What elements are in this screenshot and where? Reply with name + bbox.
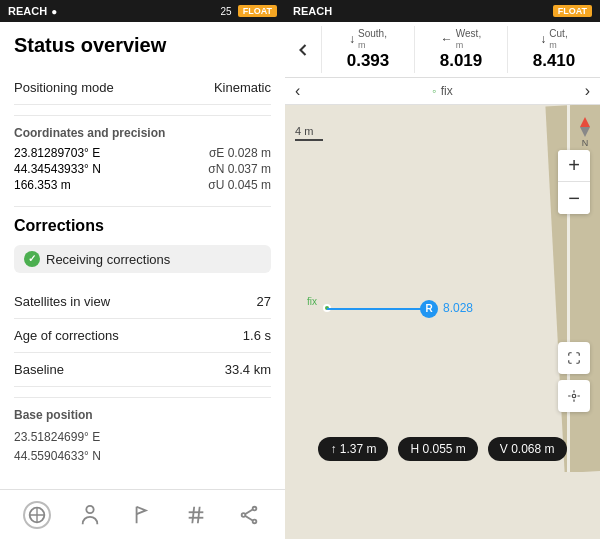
status-bar-left: REACH ● bbox=[8, 5, 57, 17]
nav-share-item[interactable] bbox=[231, 497, 267, 533]
svg-point-10 bbox=[572, 394, 576, 398]
coord-e-value: 23.81289703° E bbox=[14, 146, 143, 160]
right-app-name: REACH bbox=[293, 5, 332, 17]
north-label: N bbox=[582, 138, 589, 148]
recenter-icon[interactable] bbox=[558, 380, 590, 412]
fix-text: fix bbox=[441, 84, 453, 98]
divider-2 bbox=[14, 206, 271, 207]
wifi-icon: ● bbox=[51, 6, 57, 17]
west-unit: m bbox=[456, 40, 481, 50]
coord-n-sigma: σN 0.037 m bbox=[143, 162, 272, 176]
left-panel: REACH ● 25 FLOAT Status overview Positio… bbox=[0, 0, 285, 539]
measurement-bar: ↓ South, m 0.393 ← West, m 8.019 bbox=[285, 22, 600, 78]
coordinates-grid: 23.81289703° E σE 0.028 m 44.34543933° N… bbox=[14, 146, 271, 192]
meas-cut-col: ↓ Cut, m 8.410 bbox=[507, 26, 600, 73]
zoom-in-button[interactable]: + bbox=[558, 150, 590, 182]
green-check-icon bbox=[24, 251, 40, 267]
fix-bar: ‹ ◦ fix › bbox=[285, 78, 600, 105]
hash-icon bbox=[185, 504, 207, 526]
meas-south-col: ↓ South, m 0.393 bbox=[321, 26, 414, 73]
scale-label: 4 m bbox=[295, 125, 313, 137]
base-section-label: Base position bbox=[14, 408, 271, 422]
satellites-label: Satellites in view bbox=[14, 294, 110, 309]
north-arrow-up bbox=[580, 117, 590, 127]
age-corrections-value: 1.6 s bbox=[243, 328, 271, 343]
coord-u-sigma: σU 0.045 m bbox=[143, 178, 272, 192]
cut-arrow-icon: ↓ bbox=[540, 32, 546, 46]
measurement-columns: ↓ South, m 0.393 ← West, m 8.019 bbox=[321, 26, 600, 73]
svg-line-9 bbox=[245, 515, 252, 520]
cut-label: Cut, bbox=[549, 28, 567, 40]
scale-line bbox=[295, 139, 323, 141]
scale-indicator: 4 m bbox=[295, 125, 323, 141]
south-arrow-icon: ↓ bbox=[349, 32, 355, 46]
next-chevron-icon[interactable]: › bbox=[585, 82, 590, 100]
base-coord-n: 44.55904633° N bbox=[14, 447, 271, 466]
divider-1 bbox=[14, 115, 271, 116]
map-icon bbox=[23, 501, 51, 529]
fix-to-r-line bbox=[327, 308, 422, 310]
app-name: REACH bbox=[8, 5, 47, 17]
prev-chevron-icon[interactable]: ‹ bbox=[295, 82, 300, 100]
svg-point-5 bbox=[252, 506, 256, 510]
distance-label: 8.028 bbox=[443, 301, 473, 315]
pill-h: H 0.055 m bbox=[398, 437, 477, 461]
base-coord-e: 23.51824699° E bbox=[14, 428, 271, 447]
meas-west-header: ← West, m bbox=[441, 28, 481, 50]
nav-person-item[interactable] bbox=[72, 497, 108, 533]
r-marker: R bbox=[420, 300, 438, 318]
baseline-label: Baseline bbox=[14, 362, 64, 377]
south-unit: m bbox=[358, 40, 387, 50]
cut-unit: m bbox=[549, 40, 567, 50]
satellites-row: Satellites in view 27 bbox=[14, 285, 271, 319]
expand-icon[interactable] bbox=[558, 342, 590, 374]
age-corrections-row: Age of corrections 1.6 s bbox=[14, 319, 271, 353]
positioning-mode-row: Positioning mode Kinematic bbox=[14, 71, 271, 105]
svg-line-3 bbox=[192, 506, 194, 523]
satellites-value: 27 bbox=[257, 294, 271, 309]
meas-cut-header: ↓ Cut, m bbox=[540, 28, 567, 50]
signal-strength: 25 bbox=[221, 6, 232, 17]
south-value: 0.393 bbox=[347, 51, 390, 71]
meas-south-header: ↓ South, m bbox=[349, 28, 387, 50]
svg-line-8 bbox=[245, 509, 252, 514]
nav-flag-item[interactable] bbox=[125, 497, 161, 533]
pill-up: ↑ 1.37 m bbox=[318, 437, 388, 461]
age-corrections-label: Age of corrections bbox=[14, 328, 119, 343]
share-icon bbox=[238, 504, 260, 526]
divider-3 bbox=[14, 397, 271, 398]
receiving-corrections-badge: Receiving corrections bbox=[14, 245, 271, 273]
coordinates-section-label: Coordinates and precision bbox=[14, 126, 271, 140]
fix-map-label: fix bbox=[307, 296, 317, 307]
corrections-title: Corrections bbox=[14, 217, 271, 235]
nav-map-item[interactable] bbox=[19, 497, 55, 533]
float-badge: FLOAT bbox=[238, 5, 277, 17]
bottom-nav bbox=[0, 489, 285, 539]
fix-indicator: ◦ fix bbox=[432, 84, 452, 98]
fullscreen-controls bbox=[558, 342, 590, 412]
south-label: South, bbox=[358, 28, 387, 40]
bottom-strip: ↑ 1.37 m H 0.055 m V 0.068 m bbox=[285, 426, 600, 472]
right-float-badge: FLOAT bbox=[553, 5, 592, 17]
zoom-out-button[interactable]: − bbox=[558, 182, 590, 214]
positioning-value: Kinematic bbox=[214, 80, 271, 95]
coord-e-sigma: σE 0.028 m bbox=[143, 146, 272, 160]
flag-icon bbox=[132, 504, 154, 526]
status-bar-right: 25 FLOAT bbox=[221, 5, 277, 17]
back-button[interactable] bbox=[285, 26, 321, 73]
right-status-left: REACH bbox=[293, 5, 332, 17]
coord-n-value: 44.34543933° N bbox=[14, 162, 143, 176]
pill-v: V 0.068 m bbox=[488, 437, 567, 461]
page-title: Status overview bbox=[14, 34, 271, 57]
right-panel: REACH FLOAT ↓ South, m 0.393 bbox=[285, 0, 600, 539]
person-icon bbox=[79, 504, 101, 526]
status-bar: REACH ● 25 FLOAT bbox=[0, 0, 285, 22]
nav-hash-item[interactable] bbox=[178, 497, 214, 533]
baseline-row: Baseline 33.4 km bbox=[14, 353, 271, 387]
svg-point-7 bbox=[252, 519, 256, 523]
content-area: Status overview Positioning mode Kinemat… bbox=[0, 22, 285, 489]
fix-dot-icon: ◦ bbox=[432, 84, 436, 98]
positioning-label: Positioning mode bbox=[14, 80, 114, 95]
map-area[interactable]: 4 m N + − fix R 8.028 bbox=[285, 105, 600, 472]
svg-point-6 bbox=[241, 513, 245, 517]
